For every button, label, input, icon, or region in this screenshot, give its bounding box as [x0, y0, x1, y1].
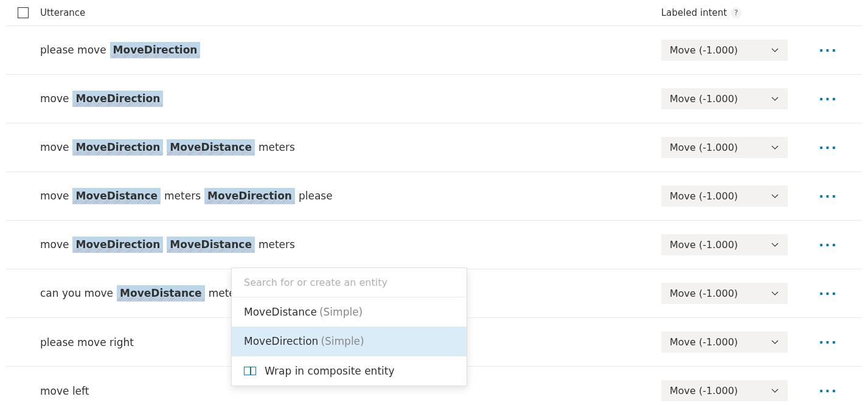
utterance-cell[interactable]: moveMoveDistancemetersMoveDirectionpleas… [40, 188, 661, 204]
select-all-cell [6, 7, 40, 18]
entity-option[interactable]: MoveDirection (Simple) [232, 327, 467, 356]
intent-dropdown-label: Move (-1.000) [670, 190, 738, 202]
intent-dropdown[interactable]: Move (-1.000) [661, 88, 788, 109]
intent-cell: Move (-1.000) [661, 234, 789, 255]
intent-cell: Move (-1.000) [661, 283, 789, 304]
utterance-table: Utterance Labeled intent ? please moveMo… [0, 0, 868, 405]
intent-cell: Move (-1.000) [661, 380, 789, 401]
intent-cell: Move (-1.000) [661, 331, 789, 353]
chevron-down-icon [771, 46, 779, 55]
more-actions-button[interactable]: ··· [819, 384, 838, 398]
chevron-down-icon [771, 241, 779, 249]
intent-dropdown[interactable]: Move (-1.000) [661, 185, 788, 207]
table-row[interactable]: moveMoveDirectionMoveDistancemetersMove … [6, 123, 862, 172]
table-row[interactable]: moveMoveDirectionMoveDistancemetersMove … [6, 221, 862, 269]
utterance-cell[interactable]: move left [40, 385, 661, 397]
utterance-header[interactable]: Utterance [40, 7, 661, 18]
actions-cell: ··· [789, 44, 862, 57]
entity-option-type: (Simple) [319, 306, 363, 318]
wrap-composite-label: Wrap in composite entity [265, 365, 395, 377]
entity-tag[interactable]: MoveDistance [167, 139, 255, 155]
utterance-cell[interactable]: moveMoveDirectionMoveDistancemeters [40, 139, 661, 155]
intent-dropdown-label: Move (-1.000) [670, 385, 738, 396]
intent-cell: Move (-1.000) [661, 185, 789, 207]
more-actions-button[interactable]: ··· [819, 190, 838, 203]
labeled-intent-header[interactable]: Labeled intent ? [661, 7, 789, 18]
entity-tag[interactable]: MoveDistance [117, 285, 205, 301]
chevron-down-icon [771, 144, 779, 152]
more-actions-button[interactable]: ··· [819, 336, 838, 349]
entity-option-name: MoveDirection [244, 335, 318, 347]
intent-cell: Move (-1.000) [661, 137, 789, 158]
entity-option-type: (Simple) [321, 335, 364, 347]
utterance-text[interactable]: please move [40, 44, 106, 56]
chevron-down-icon [771, 95, 779, 103]
wrap-composite-action[interactable]: Wrap in composite entity [232, 356, 467, 386]
labeled-intent-header-text: Labeled intent [661, 7, 727, 18]
utterance-text[interactable]: meters [259, 238, 295, 251]
entity-option-name: MoveDistance [244, 306, 317, 318]
utterance-cell[interactable]: moveMoveDirectionMoveDistancemeters [40, 237, 661, 252]
entity-tag[interactable]: MoveDistance [167, 237, 255, 252]
entity-tag[interactable]: MoveDirection [72, 237, 163, 252]
utterance-text[interactable]: please move right [40, 336, 134, 348]
entity-tag[interactable]: MoveDirection [110, 42, 201, 58]
actions-cell: ··· [789, 190, 862, 203]
table-row[interactable]: moveMoveDirectionMove (-1.000)··· [6, 75, 862, 123]
actions-cell: ··· [789, 336, 862, 349]
actions-cell: ··· [789, 384, 862, 398]
utterance-text[interactable]: please [299, 190, 333, 202]
more-actions-button[interactable]: ··· [819, 238, 838, 252]
actions-cell: ··· [789, 141, 862, 154]
utterance-cell[interactable]: moveMoveDirection [40, 91, 661, 106]
intent-dropdown[interactable]: Move (-1.000) [661, 283, 788, 304]
table-row[interactable]: please moveMoveDirectionMove (-1.000)··· [6, 26, 862, 75]
utterance-cell[interactable]: please moveMoveDirection [40, 42, 661, 58]
utterance-text[interactable]: move [40, 190, 69, 202]
entity-tag[interactable]: MoveDirection [204, 188, 295, 204]
table-row[interactable]: moveMoveDistancemetersMoveDirectionpleas… [6, 172, 862, 221]
intent-dropdown-label: Move (-1.000) [670, 288, 738, 299]
more-actions-button[interactable]: ··· [819, 92, 838, 106]
intent-dropdown[interactable]: Move (-1.000) [661, 380, 788, 401]
intent-dropdown[interactable]: Move (-1.000) [661, 40, 788, 61]
intent-dropdown-label: Move (-1.000) [670, 44, 738, 56]
intent-cell: Move (-1.000) [661, 88, 789, 109]
utterance-text[interactable]: move left [40, 385, 89, 397]
utterance-text[interactable]: move [40, 92, 69, 105]
intent-cell: Move (-1.000) [661, 40, 789, 61]
entity-search-input[interactable]: Search for or create an entity [232, 268, 467, 297]
utterance-text[interactable]: move [40, 238, 69, 251]
utterance-text[interactable]: can you move [40, 287, 113, 299]
entity-picker-popup: Search for or create an entity MoveDista… [231, 268, 467, 386]
help-icon[interactable]: ? [731, 7, 741, 18]
table-header-row: Utterance Labeled intent ? [6, 0, 862, 26]
utterance-text[interactable]: meters [164, 190, 201, 202]
more-actions-button[interactable]: ··· [819, 287, 838, 300]
more-actions-button[interactable]: ··· [819, 141, 838, 154]
intent-dropdown-label: Move (-1.000) [670, 93, 738, 105]
intent-dropdown-label: Move (-1.000) [670, 239, 738, 251]
intent-dropdown[interactable]: Move (-1.000) [661, 234, 788, 255]
chevron-down-icon [771, 338, 779, 347]
chevron-down-icon [771, 387, 779, 395]
entity-tag[interactable]: MoveDirection [72, 91, 163, 106]
actions-cell: ··· [789, 287, 862, 300]
intent-dropdown[interactable]: Move (-1.000) [661, 137, 788, 158]
actions-cell: ··· [789, 92, 862, 106]
composite-icon [244, 367, 256, 375]
utterance-text[interactable]: meters [259, 141, 295, 153]
intent-dropdown-label: Move (-1.000) [670, 142, 738, 153]
chevron-down-icon [771, 192, 779, 201]
entity-tag[interactable]: MoveDirection [72, 139, 163, 155]
utterance-text[interactable]: move [40, 141, 69, 153]
entity-option[interactable]: MoveDistance (Simple) [232, 297, 467, 327]
more-actions-button[interactable]: ··· [819, 44, 838, 57]
intent-dropdown-label: Move (-1.000) [670, 336, 738, 348]
select-all-checkbox[interactable] [18, 7, 29, 18]
entity-tag[interactable]: MoveDistance [72, 188, 161, 204]
actions-cell: ··· [789, 238, 862, 252]
intent-dropdown[interactable]: Move (-1.000) [661, 331, 788, 353]
chevron-down-icon [771, 289, 779, 298]
